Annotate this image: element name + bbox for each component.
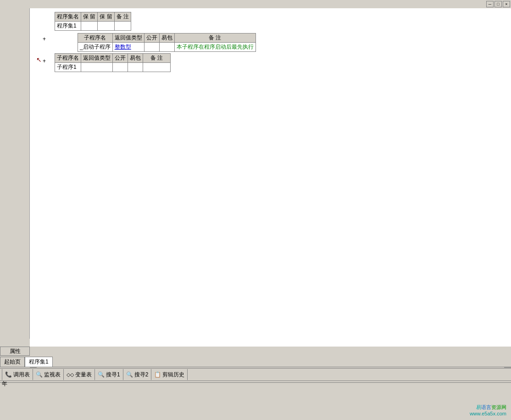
call-table-label: 调用表 xyxy=(13,371,30,379)
status-bar xyxy=(0,382,511,392)
subroutine-table2-section: 子程序名 返回值类型 公开 易包 备 注 子程序1 xyxy=(53,51,172,72)
window-controls: ─ □ × xyxy=(486,1,510,7)
subroutine-table1: 子程序名 返回值类型 公开 易包 备 注 _启动子程序 整数型 本子程序在程序启… xyxy=(78,33,256,52)
watermark-yi: 易 xyxy=(476,404,481,410)
col-program-set-name: 程序集名 xyxy=(55,12,81,22)
table-row[interactable]: 程序集1 xyxy=(55,22,131,31)
variable-table-label: 变量表 xyxy=(75,371,92,379)
program-set-table-section: 程序集名 保 留 保 留 备 注 程序集1 xyxy=(53,10,511,31)
cell-sub-name[interactable]: _启动子程序 xyxy=(78,43,113,52)
call-table-icon: 📞 xyxy=(5,371,12,378)
cell-reserved2 xyxy=(98,22,114,31)
expand-icon-1[interactable]: + xyxy=(43,36,46,42)
cell-comment: 本子程序在程序启动后最先执行 xyxy=(174,43,256,52)
watermark-yuyan: 语言 xyxy=(481,404,491,410)
col-note-sub1: 备 注 xyxy=(174,34,256,43)
table-row[interactable]: 子程序1 xyxy=(55,63,171,72)
col-reserved1: 保 留 xyxy=(81,12,98,22)
clip-history-label: 剪辑历史 xyxy=(162,371,184,379)
sea-text: 年 xyxy=(2,380,7,388)
tab-program-set1-label: 程序集1 xyxy=(29,358,49,366)
return-type-link[interactable]: 整数型 xyxy=(115,44,131,50)
bottom-toolbar: 📞 调用表 🔍 监视表 ◇◇ 变量表 🔍 搜寻1 🔍 搜寻2 📋 剪辑历史 xyxy=(0,368,511,381)
col-easy-pack1: 易包 xyxy=(159,34,174,43)
program-set-table: 程序集名 保 留 保 留 备 注 程序集1 xyxy=(55,12,131,31)
watermark-url: www.e5a5x.com xyxy=(470,411,506,416)
table-row[interactable]: _启动子程序 整数型 本子程序在程序启动后最先执行 xyxy=(78,43,256,52)
toolbar-search1[interactable]: 🔍 搜寻1 xyxy=(95,369,123,380)
search2-icon: 🔍 xyxy=(126,371,133,378)
search1-icon: 🔍 xyxy=(98,371,105,378)
col-sub-name1: 子程序名 xyxy=(78,34,113,43)
comment-text: 本子程序在程序启动后最先执行 xyxy=(177,44,254,50)
maximize-button[interactable]: □ xyxy=(494,1,502,7)
toolbar-call-table[interactable]: 📞 调用表 xyxy=(2,369,33,380)
col-reserved2: 保 留 xyxy=(98,12,114,22)
bottom-area: 年 xyxy=(0,392,511,420)
properties-text: 属性 xyxy=(10,347,21,355)
properties-label: 属性 xyxy=(0,347,30,356)
watermark: 易语言资源网 www.e5a5x.com xyxy=(470,404,506,416)
col-return-type2: 返回值类型 xyxy=(81,54,113,63)
cell-reserved1 xyxy=(81,22,98,31)
variable-icon: ◇◇ xyxy=(67,372,74,378)
cell-sub-name2[interactable]: 子程序1 xyxy=(55,63,81,72)
col-easy-pack2: 易包 xyxy=(128,54,143,63)
tab-program-set1[interactable]: 程序集1 xyxy=(25,357,53,367)
monitor-table-label: 监视表 xyxy=(44,371,61,379)
subroutine-table1-section: 子程序名 返回值类型 公开 易包 备 注 _启动子程序 整数型 本子程序在程序启… xyxy=(76,31,258,52)
cell-note2 xyxy=(143,63,171,72)
arrow-icon: ↖ xyxy=(36,56,42,63)
cell-easy-pack xyxy=(159,43,174,52)
watermark-ziyuan: 资源网 xyxy=(491,404,506,410)
search2-label: 搜寻2 xyxy=(134,371,149,379)
toolbar-monitor-table[interactable]: 🔍 监视表 xyxy=(33,369,64,380)
toolbar-variable-table[interactable]: ◇◇ 变量表 xyxy=(64,369,95,380)
cell-return-type[interactable]: 整数型 xyxy=(112,43,144,52)
col-public1: 公开 xyxy=(144,34,159,43)
col-sub-name2: 子程序名 xyxy=(55,54,81,63)
col-return-type1: 返回值类型 xyxy=(112,34,144,43)
toolbar-search2[interactable]: 🔍 搜寻2 xyxy=(123,369,152,380)
minimize-button[interactable]: ─ xyxy=(486,1,494,7)
col-public2: 公开 xyxy=(113,54,128,63)
window-bar: ─ □ × xyxy=(0,0,511,8)
close-button[interactable]: × xyxy=(503,1,510,7)
col-note-sub2: 备 注 xyxy=(143,54,171,63)
tab-home-label: 起始页 xyxy=(4,358,21,366)
monitor-icon: 🔍 xyxy=(36,371,43,378)
col-note1: 备 注 xyxy=(114,12,131,22)
left-panel: ↖ xyxy=(0,8,30,339)
tab-bar: 起始页 程序集1 xyxy=(0,356,511,367)
cell-return-type2 xyxy=(81,63,113,72)
tab-home[interactable]: 起始页 xyxy=(0,357,25,367)
main-content: 程序集名 保 留 保 留 备 注 程序集1 + 子程 xyxy=(30,8,511,347)
search1-label: 搜寻1 xyxy=(106,371,120,379)
clip-icon: 📋 xyxy=(154,371,161,378)
subroutine-table2: 子程序名 返回值类型 公开 易包 备 注 子程序1 xyxy=(55,53,171,72)
cell-easy-pack2 xyxy=(128,63,143,72)
expand-icon-2[interactable]: + xyxy=(43,58,46,64)
cell-public xyxy=(144,43,159,52)
toolbar-clip-history[interactable]: 📋 剪辑历史 xyxy=(151,369,188,380)
cell-note xyxy=(114,22,131,31)
cell-public2 xyxy=(113,63,128,72)
cell-program-set-name[interactable]: 程序集1 xyxy=(55,22,81,31)
